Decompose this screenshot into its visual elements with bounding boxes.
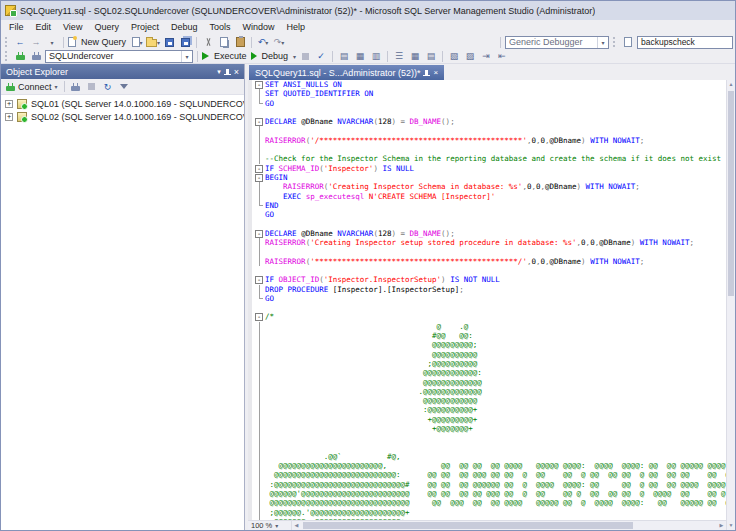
tab-sqlquery11[interactable]: SQLQuery11.sql - S...Administrator (52))…: [249, 65, 444, 80]
code-line[interactable]: [248, 433, 726, 442]
navigate-back-icon[interactable]: ←: [13, 36, 27, 49]
redo-button[interactable]: ↷▾: [272, 36, 286, 49]
horizontal-scroll-thumb[interactable]: [303, 522, 633, 529]
code-line[interactable]: .@@` #@,: [248, 452, 726, 461]
code-line[interactable]: -IF OBJECT_ID('Inspector.InspectorSetup'…: [248, 275, 726, 284]
outdent-button[interactable]: ⇤: [495, 50, 509, 63]
collapse-icon[interactable]: -: [255, 81, 263, 89]
estimated-plan-button[interactable]: ▤: [337, 50, 351, 63]
menu-debug[interactable]: Debug: [165, 20, 204, 35]
close-tab-icon[interactable]: ×: [433, 69, 438, 77]
code-line[interactable]: EXEC sp_executesql N'CREATE SCHEMA [Insp…: [248, 192, 726, 201]
code-line[interactable]: @@@@@@'@@@@@@@@@@@@@@@@@@@@@@@@ @@ @@ @@…: [248, 489, 726, 498]
code-line[interactable]: @ .@: [248, 322, 726, 331]
code-line[interactable]: +@@@@@@@+: [248, 424, 726, 433]
code-line[interactable]: RAISERROR('Creating Inspector setup stor…: [248, 238, 726, 247]
live-query-stats-button[interactable]: ▦: [353, 50, 367, 63]
results-to-file-button[interactable]: ▤: [424, 50, 438, 63]
pin-icon[interactable]: [226, 69, 229, 75]
expand-icon[interactable]: +: [5, 113, 13, 121]
copy-button[interactable]: [217, 36, 231, 49]
scroll-down-icon[interactable]: ▼: [727, 521, 735, 530]
fold-gutter[interactable]: -: [248, 275, 265, 284]
code-editor[interactable]: -SET ANSI_NULLS ONSET QUOTED_IDENTIFIER …: [248, 80, 726, 520]
generic-debugger-combobox[interactable]: Generic Debugger ▾: [505, 36, 609, 49]
parse-button[interactable]: ✓: [314, 50, 328, 63]
code-line[interactable]: +@@@@@@@@@+: [248, 415, 726, 424]
comment-button[interactable]: ▧: [447, 50, 461, 63]
code-line[interactable]: GO: [248, 294, 726, 303]
new-query-button[interactable]: New Query: [68, 36, 128, 49]
collapse-icon[interactable]: -: [255, 174, 263, 182]
menu-tools[interactable]: Tools: [203, 20, 236, 35]
code-line[interactable]: @@@@@@@@@@@@@@@@@@@@@@@@@@@@@@@ @@ @@@ @…: [248, 498, 726, 507]
code-line[interactable]: @@@@@@@@@;: [248, 340, 726, 349]
cut-button[interactable]: [201, 36, 215, 49]
collapse-icon[interactable]: -: [255, 165, 263, 173]
menu-project[interactable]: Project: [125, 20, 165, 35]
tree-item-server[interactable]: +SQL01 (SQL Server 14.0.1000.169 - SQLUN…: [1, 97, 244, 110]
scroll-right-icon[interactable]: ▶: [717, 521, 726, 530]
scroll-left-icon[interactable]: ◀: [292, 521, 301, 530]
fold-gutter[interactable]: -: [248, 229, 265, 238]
code-line[interactable]: @@@@@@@@@@@@@@@@@@@@@@@, @@ @@ @@ @@ @@@…: [248, 461, 726, 470]
code-line[interactable]: [248, 266, 726, 275]
code-line[interactable]: -DECLARE @DBname NVARCHAR(128) = DB_NAME…: [248, 229, 726, 238]
code-line[interactable]: ;@@@@@@@@@@: [248, 359, 726, 368]
undo-button[interactable]: ↶▾: [256, 36, 270, 49]
code-line[interactable]: -SET ANSI_NULLS ON: [248, 80, 726, 89]
vertical-scrollbar[interactable]: ▲ ▼: [726, 80, 735, 530]
navigate-dropdown-icon[interactable]: ▾: [45, 36, 59, 49]
code-line[interactable]: SET QUOTED_IDENTIFIER ON: [248, 89, 726, 98]
available-databases-combobox[interactable]: SQLUndercover ▾: [45, 50, 193, 63]
navigate-forward-icon[interactable]: →: [29, 36, 43, 49]
cancel-query-button[interactable]: [298, 50, 312, 63]
collapse-icon[interactable]: -: [255, 230, 263, 238]
indent-button[interactable]: ⇥: [479, 50, 493, 63]
code-line[interactable]: RAISERROR('Creating Inspector Schema in …: [248, 182, 726, 191]
code-line[interactable]: @@@@@@@@@@@@@@@@@@@@@@@@@@@: @@ @@ @@ @@…: [248, 470, 726, 479]
open-file-button[interactable]: ▾: [146, 36, 160, 49]
code-line[interactable]: END: [248, 201, 726, 210]
collapse-icon[interactable]: -: [255, 313, 263, 321]
pin-tab-icon[interactable]: [425, 70, 428, 76]
scroll-up-icon[interactable]: ▲: [727, 80, 735, 89]
save-button[interactable]: [162, 36, 176, 49]
expand-icon[interactable]: +: [5, 100, 13, 108]
fold-gutter[interactable]: -: [248, 80, 265, 89]
change-connection-button[interactable]: [29, 50, 43, 63]
menu-view[interactable]: View: [57, 20, 88, 35]
code-line[interactable]: :@@@@@@@@@@+: [248, 405, 726, 414]
refresh-button[interactable]: ↻: [101, 80, 115, 93]
results-to-grid-button[interactable]: ▦: [408, 50, 422, 63]
code-line[interactable]: RAISERROR('*****************************…: [248, 257, 726, 266]
connect-button[interactable]: Connect ▾: [4, 82, 60, 92]
code-line[interactable]: :@@@@@@@@@@@@@@@@@@@@@@@@@@@@@# @@ @@ @@…: [248, 480, 726, 489]
fold-gutter[interactable]: -: [248, 312, 265, 321]
tree-item-server[interactable]: +SQL02 (SQL Server 14.0.1000.169 - SQLUN…: [1, 110, 244, 123]
zoom-control[interactable]: 100 % ▾: [248, 521, 292, 530]
collapse-icon[interactable]: -: [255, 118, 263, 126]
code-line[interactable]: [248, 303, 726, 312]
disconnect-button[interactable]: [69, 80, 83, 93]
code-line[interactable]: @@@@@@@@@@@@@: [248, 378, 726, 387]
results-to-text-button[interactable]: ☰: [392, 50, 406, 63]
code-line[interactable]: [248, 443, 726, 452]
code-line[interactable]: -BEGIN: [248, 173, 726, 182]
code-line[interactable]: -IF SCHEMA_ID('Inspector') IS NULL: [248, 164, 726, 173]
horizontal-scrollbar[interactable]: ◀ ▶: [292, 521, 726, 530]
menu-window[interactable]: Window: [236, 20, 280, 35]
code-line[interactable]: [248, 145, 726, 154]
actual-plan-button[interactable]: ▥: [369, 50, 383, 63]
code-line[interactable]: #@@ @@:: [248, 331, 726, 340]
title-bar[interactable]: SQLQuery11.sql - SQL02.SQLUndercover (SQ…: [1, 1, 735, 20]
menu-file[interactable]: File: [3, 20, 30, 35]
object-explorer-header[interactable]: Object Explorer ▾ ×: [1, 64, 244, 79]
fold-gutter[interactable]: -: [248, 164, 265, 173]
menu-query[interactable]: Query: [88, 20, 125, 35]
stop-button[interactable]: [85, 80, 99, 93]
code-line[interactable]: @@@@@@@@@@: [248, 350, 726, 359]
vertical-scroll-thumb[interactable]: [728, 91, 734, 296]
code-line[interactable]: [248, 247, 726, 256]
filter-button[interactable]: [117, 80, 131, 93]
